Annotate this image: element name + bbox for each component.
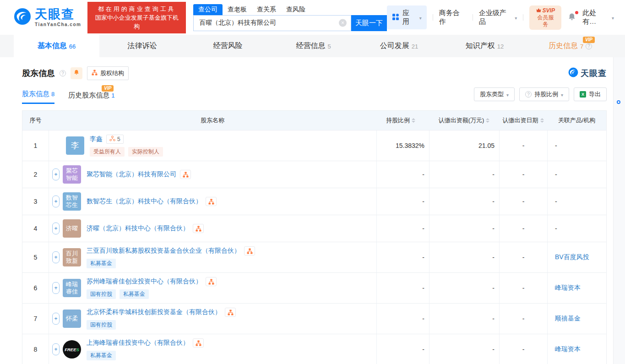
shareholder-name-link[interactable]: 数智芯生（北京）科技中心（有限合伙）	[87, 197, 202, 206]
tag-state-controlled: 国有控股	[87, 320, 116, 330]
help-icon: ?	[525, 91, 532, 98]
shareholder-type-filter[interactable]: 股东类型 ▾	[474, 87, 515, 101]
date-cell: -	[499, 242, 547, 272]
svip-label: SVIP	[543, 7, 555, 14]
tab-operation-risk[interactable]: 经营风险	[185, 35, 271, 57]
expand-row-button[interactable]: +	[52, 251, 60, 263]
help-icon[interactable]: ?	[586, 43, 592, 49]
tab-basic-info[interactable]: 基本信息66	[14, 35, 99, 57]
avatar[interactable]: 怀柔	[63, 310, 81, 328]
search-tab-relation[interactable]: 查关系	[252, 4, 281, 15]
tag-private-fund: 私募基金	[120, 289, 149, 299]
tianyancha-logo-icon	[568, 67, 578, 79]
export-button[interactable]: X 导出	[574, 87, 607, 101]
shareholder-name-link[interactable]: 聚芯智能（北京）科技有限公司	[87, 170, 176, 179]
date-cell: -	[499, 161, 547, 188]
expand-row-button[interactable]: +	[52, 168, 60, 180]
avatar[interactable]: 聚芯智能	[63, 165, 81, 184]
amount-cell: -	[429, 161, 499, 188]
tab-intellectual-property[interactable]: 知识产权12	[442, 35, 527, 57]
equity-chart-icon-button[interactable]	[193, 224, 204, 233]
tab-history-info[interactable]: VIP 历史信息7 ?	[527, 35, 613, 57]
sort-icon[interactable]	[540, 118, 544, 123]
search-tab-risk[interactable]: 查风险	[281, 4, 310, 15]
promo-banner: 都在用的商业查询工具 国家中小企业发展子基金旗下机构	[87, 2, 186, 33]
shareholder-name-link[interactable]: 李鑫	[90, 135, 103, 143]
sort-icon[interactable]	[486, 118, 489, 123]
shareholders-table: 序号 股东名称 持股比例 认缴出资额(万元) 认缴出资日期 关联产品/机构 1 …	[22, 110, 607, 364]
avatar[interactable]: 百川致新	[63, 248, 81, 266]
divider	[433, 14, 433, 21]
sort-icon[interactable]	[412, 118, 415, 123]
amount-cell: -	[429, 215, 499, 242]
shareholder-name-link[interactable]: 三亚百川致新私募股权投资基金合伙企业（有限合伙）	[87, 247, 240, 255]
avatar[interactable]: 数智芯生	[63, 192, 81, 211]
related-product-link[interactable]: 顺禧基金	[555, 315, 581, 323]
row-index: 3	[22, 188, 49, 215]
related-product-link[interactable]: 峰瑞资本	[555, 284, 581, 292]
row-index: 1	[22, 130, 49, 161]
row-index: 5	[22, 242, 49, 272]
search-tab-company[interactable]: 查公司	[193, 4, 223, 15]
tab-operation-info[interactable]: 经营信息5	[271, 35, 356, 57]
shareholder-name-link[interactable]: 北京怀柔科学城科技创新投资基金（有限合伙）	[87, 308, 221, 316]
expand-row-button[interactable]: +	[52, 343, 60, 355]
svip-membership-button[interactable]: SVIP 会员服务	[529, 5, 561, 30]
related-cell: -	[547, 188, 606, 215]
equity-chart-icon-button[interactable]	[225, 308, 236, 317]
top-nav: 应用 ▾ 商务合作 企业级产品 ▾ SVIP 会员服务 此处	[387, 5, 614, 30]
notifications-bell[interactable]	[567, 12, 576, 23]
user-menu[interactable]: 此处有… ▾	[582, 9, 614, 26]
table-row: 6 + 峰瑞睿佳 苏州峰瑞睿佳创业投资中心（有限合伙） 国有控股 私募基金 - …	[22, 272, 606, 303]
equity-chart-icon-button[interactable]	[180, 170, 191, 179]
expand-row-button[interactable]: +	[52, 282, 60, 294]
equity-chart-icon-button[interactable]	[244, 246, 255, 255]
shareholder-name-link[interactable]: 苏州峰瑞睿佳创业投资中心（有限合伙）	[87, 277, 202, 286]
tab-company-development[interactable]: 公司发展21	[356, 35, 442, 57]
row-index: 6	[22, 273, 49, 303]
shareholder-name-link[interactable]: 济曜（北京）科技中心（有限合伙）	[87, 224, 189, 233]
subtab-shareholders[interactable]: 股东信息8	[22, 90, 54, 104]
ratio-filter[interactable]: ? 持股比例 ▾	[519, 87, 569, 101]
logo-title: 天眼查	[35, 8, 81, 21]
tag-private-fund: 私募基金	[87, 351, 116, 360]
expand-row-button[interactable]: +	[52, 223, 60, 234]
search-tab-boss[interactable]: 查老板	[223, 4, 252, 15]
frees-logo-avatar[interactable]: FREES	[63, 340, 81, 359]
col-ratio[interactable]: 持股比例	[376, 111, 429, 130]
avatar[interactable]: 济曜	[63, 219, 81, 238]
tianyancha-logo[interactable]: 天眼查 TianYanCha.com	[14, 8, 81, 27]
search-input[interactable]	[194, 16, 351, 31]
related-product-link[interactable]: 峰瑞资本	[555, 345, 581, 353]
col-subscribed-amount[interactable]: 认缴出资额(万元)	[429, 111, 499, 130]
equity-structure-button[interactable]: 股权结构	[87, 66, 129, 80]
amount-cell: -	[429, 273, 499, 303]
date-cell: -	[499, 334, 547, 364]
help-icon[interactable]: ?	[60, 70, 66, 76]
subscribe-bell-button[interactable]	[71, 67, 82, 79]
equity-chart-icon-button[interactable]	[193, 338, 204, 348]
scroll-anchor-dot[interactable]	[617, 100, 620, 104]
shareholder-name-link[interactable]: 上海峰瑞睿佳投资中心（有限合伙）	[87, 339, 189, 347]
expand-row-button[interactable]: +	[52, 196, 60, 207]
tab-legal[interactable]: 法律诉讼	[99, 35, 185, 57]
page-scrollbar-rail[interactable]	[613, 57, 625, 364]
equity-chart-icon-button[interactable]	[206, 277, 217, 286]
avatar[interactable]: 李	[66, 136, 84, 155]
nav-enterprise[interactable]: 企业级产品 ▾	[479, 9, 517, 26]
vip-badge: VIP	[583, 37, 595, 43]
notification-dot	[575, 11, 578, 14]
subtab-history-shareholders[interactable]: VIP 历史股东信息1	[68, 91, 114, 104]
relation-count-badge[interactable]: 5	[106, 135, 124, 144]
nav-cooperation[interactable]: 商务合作	[439, 9, 467, 26]
expand-row-button[interactable]: +	[52, 313, 60, 325]
related-product-link[interactable]: BV百度风投	[555, 253, 589, 261]
table-row: 4 + 济曜 济曜（北京）科技中心（有限合伙） - - - -	[22, 215, 606, 242]
apps-menu[interactable]: 应用 ▾	[387, 5, 427, 29]
search-button[interactable]: 天眼一下	[351, 15, 387, 31]
excel-icon: X	[580, 91, 586, 98]
clear-icon[interactable]: ×	[339, 19, 347, 27]
col-subscribed-date[interactable]: 认缴出资日期	[499, 111, 547, 130]
avatar[interactable]: 峰瑞睿佳	[63, 279, 81, 297]
equity-chart-icon-button[interactable]	[206, 197, 217, 206]
